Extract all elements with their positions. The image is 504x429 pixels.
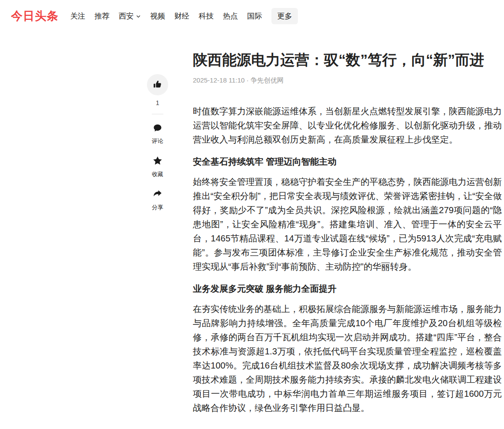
thumbs-up-icon	[153, 79, 162, 90]
nav-follow[interactable]: 关注	[70, 8, 85, 24]
nav-xian-label: 西安	[119, 11, 134, 21]
share-icon	[152, 188, 163, 200]
comment-label: 评论	[152, 137, 163, 145]
like-button[interactable]	[147, 74, 168, 95]
chevron-down-icon	[136, 14, 141, 19]
nav-finance[interactable]: 财经	[174, 8, 189, 24]
article-meta: 2025-12-18 11:10 · 争先创优网	[193, 76, 502, 85]
comment-button[interactable]: 评论	[152, 123, 163, 145]
section-heading-safety: 安全基石持续筑牢 管理迈向智能主动	[193, 155, 502, 168]
article-body: 时值数字算力深嵌能源运维体系，当创新星火点燃转型发展引擎，陕西能源电力运营以智能…	[193, 104, 502, 415]
nav-recommend[interactable]: 推荐	[94, 8, 109, 24]
nav-international[interactable]: 国际	[247, 8, 262, 24]
top-nav-bar: 今日头条 关注 推荐 西安 视频 财经 科技 热点 国际 更多	[0, 0, 504, 32]
section-heading-business: 业务发展多元突破 服务能力全面提升	[193, 282, 502, 295]
article-title: 陕西能源电力运营：驭“数”笃行，向“新”而进	[193, 49, 502, 71]
share-button[interactable]: 分享	[152, 188, 163, 211]
nav-video[interactable]: 视频	[150, 8, 165, 24]
article: 陕西能源电力运营：驭“数”笃行，向“新”而进 2025-12-18 11:10 …	[193, 32, 502, 422]
favorite-label: 收藏	[152, 170, 163, 178]
share-label: 分享	[152, 203, 163, 211]
toutiao-logo[interactable]: 今日头条	[11, 8, 59, 24]
nav-more[interactable]: 更多	[271, 8, 298, 24]
rail-divider	[152, 114, 163, 114]
action-rail: 1 评论 收藏 分享	[147, 74, 168, 222]
paragraph-safety: 始终将安全管理置顶，稳稳守护着安全生产的平稳态势，陕西能源电力运营创新推出“安全…	[193, 175, 502, 274]
comment-icon	[153, 123, 162, 134]
nav-hot[interactable]: 热点	[223, 8, 238, 24]
paragraph-business: 在夯实传统业务的基础上，积极拓展综合能源服务与新能源运维市场，服务能力与品牌影响…	[193, 302, 502, 415]
favorite-button[interactable]: 收藏	[152, 155, 163, 178]
main-nav: 关注 推荐 西安 视频 财经 科技 热点 国际 更多	[70, 8, 298, 24]
like-count: 1	[156, 99, 159, 106]
page-content: 1 评论 收藏 分享	[0, 32, 504, 422]
paragraph-intro: 时值数字算力深嵌能源运维体系，当创新星火点燃转型发展引擎，陕西能源电力运营以智能…	[193, 104, 502, 147]
star-icon	[152, 155, 163, 167]
nav-xian[interactable]: 西安	[119, 8, 141, 24]
nav-tech[interactable]: 科技	[199, 8, 214, 24]
